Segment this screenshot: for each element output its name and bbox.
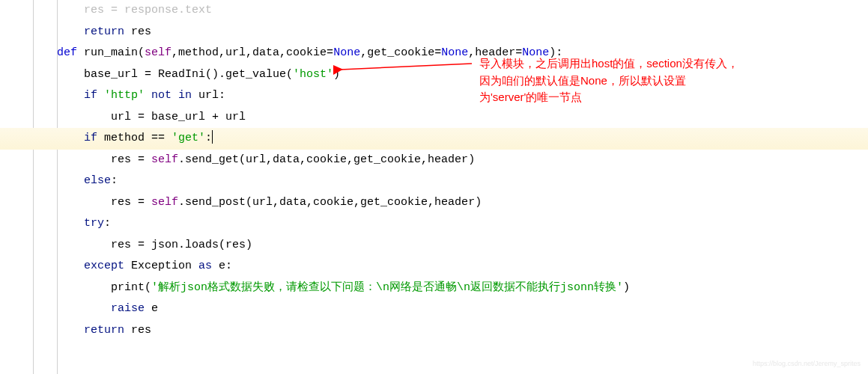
code-line[interactable]: res = json.loads(res) (30, 235, 868, 257)
code-line[interactable]: base_url = ReadIni().get_value('host') (30, 64, 868, 86)
annotation-line: 因为咱们的默认值是None，所以默认设置 (479, 73, 738, 90)
code-line[interactable]: try: (30, 213, 868, 235)
code-line[interactable]: except Exception as e: (30, 256, 868, 278)
code-line[interactable]: url = base_url + url (30, 107, 868, 129)
code-line[interactable]: return res (30, 22, 868, 43)
code-line[interactable]: res = response.text (30, 0, 868, 22)
code-line[interactable]: res = self.send_post(url,data,cookie,get… (30, 192, 868, 214)
annotation-comment: 导入模块，之后调用出host的值，section没有传入， 因为咱们的默认值是N… (479, 55, 738, 106)
text-cursor (212, 130, 213, 144)
annotation-line: 为'server'的唯一节点 (479, 89, 738, 106)
code-line[interactable]: raise e (30, 298, 868, 320)
code-editor[interactable]: res = response.text return res def run_m… (0, 0, 868, 341)
code-line[interactable]: else: (30, 171, 868, 192)
code-line[interactable]: if 'http' not in url: (30, 85, 868, 107)
annotation-line: 导入模块，之后调用出host的值，section没有传入， (479, 55, 738, 73)
code-line[interactable]: def run_main(self,method,url,data,cookie… (30, 43, 868, 64)
watermark: https://blog.csdn.net/Jeremy_sprites (753, 358, 861, 370)
code-line-highlighted[interactable]: if method == 'get': (0, 128, 868, 150)
code-line[interactable]: res = self.send_get(url,data,cookie,get_… (30, 150, 868, 171)
code-line[interactable]: print('解析json格式数据失败，请检查以下问题：\n网络是否通畅\n返回… (30, 278, 868, 299)
code-line[interactable]: return res (30, 320, 868, 342)
